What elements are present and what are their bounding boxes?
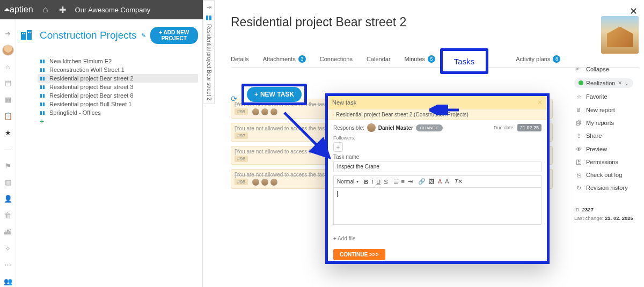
color-icon[interactable]: A (438, 178, 442, 185)
history-icon: ↻ (575, 185, 582, 192)
more-icon[interactable]: ⋯ (2, 259, 14, 270)
bold-icon[interactable]: B (364, 179, 368, 185)
italic-icon[interactable]: I (371, 179, 373, 185)
taskname-input[interactable] (333, 161, 541, 172)
add-file-button[interactable]: + Add file (333, 236, 541, 241)
flag-icon[interactable]: ⚑ (2, 160, 14, 172)
due-label: Due date: (494, 125, 515, 130)
link-icon[interactable]: 🔗 (418, 178, 426, 185)
add-icon[interactable]: ✚ (58, 5, 68, 14)
buildings-icon (20, 28, 35, 43)
section-title: Construction Projects (40, 30, 137, 41)
tab-minutes[interactable]: Minutes5 (405, 55, 436, 63)
eye-icon: 👁 (575, 146, 582, 152)
share-icon: ⇪ (575, 133, 582, 139)
svg-rect-4 (28, 32, 29, 33)
refresh-icon[interactable]: ⟳ (231, 94, 237, 103)
list-item[interactable]: ▮▮Residential project Bear street 2 (38, 74, 198, 83)
share-action[interactable]: ⇪Share (574, 129, 639, 143)
tab-details[interactable]: Details (231, 56, 249, 62)
line-icon: — (2, 144, 14, 155)
building-icon[interactable]: ▥ (2, 176, 14, 188)
list-item[interactable]: ▮▮Residential project Bear street 8 (38, 91, 198, 100)
tab-calendar[interactable]: Calendar (367, 56, 391, 62)
task-id: #98 (235, 179, 248, 185)
tab-activity-plans[interactable]: Activity plans8 (516, 55, 560, 63)
clipboard-icon[interactable]: 📋 (2, 111, 14, 122)
list-item[interactable]: ▮▮Residential project Bear street 3 (38, 83, 198, 91)
collapse-icon[interactable]: ⇥ (207, 4, 211, 11)
task-avatars (252, 108, 278, 116)
permissions-action[interactable]: ⚿Permissions (574, 156, 639, 168)
add-item-icon[interactable]: + (40, 117, 198, 126)
list-ul-icon[interactable]: ≡ (401, 178, 405, 185)
plus-icon: + (254, 91, 258, 98)
city-icon[interactable]: 🏙 (2, 226, 14, 238)
notes-icon[interactable]: ▤ (2, 78, 14, 89)
remove-icon[interactable]: ✕ (618, 80, 622, 86)
new-report-action[interactable]: 🗎New report (574, 104, 639, 116)
list-item[interactable]: ▮▮Springfield - Offices (38, 108, 198, 117)
calendar-icon[interactable]: ▦ (2, 94, 14, 105)
avatar[interactable] (2, 45, 14, 56)
project-thumbnail (601, 16, 639, 54)
editor-textarea[interactable] (333, 187, 541, 225)
my-reports-action[interactable]: 🗐My reports (574, 116, 639, 129)
trash-icon[interactable]: 🗑 (2, 210, 14, 221)
favorite-action[interactable]: ☆Favorite (574, 90, 639, 104)
list-item[interactable]: ▮▮Residential project Bull Street 1 (38, 100, 198, 108)
list-item[interactable]: ▮▮New kitchen Elmium E2 (38, 57, 198, 65)
documents-icon: 🗐 (575, 120, 582, 126)
chevron-down-icon[interactable]: ⌄ (625, 80, 629, 86)
task-id: #96 (235, 156, 248, 162)
checkout-action[interactable]: ⎘Check out log (574, 168, 639, 181)
group-icon[interactable]: 👥 (2, 276, 14, 287)
task-avatars (252, 178, 278, 186)
responsible-name: Daniel Master (378, 125, 413, 131)
editor-toolbar: Normal ▾ B I U S ≣ ≡ ⇥ 🔗 🖼 A A T✕ (333, 175, 541, 187)
home-icon[interactable]: ⌂ (41, 5, 50, 14)
tool-icon[interactable]: ✧ (2, 243, 14, 254)
modal-body: Responsible: Daniel Master CHANGE Due da… (328, 120, 547, 263)
due-date[interactable]: 21.02.25 (517, 124, 541, 131)
list-ol-icon[interactable]: ≣ (393, 178, 398, 185)
svg-rect-1 (27, 30, 32, 40)
preview-action[interactable]: 👁Preview (574, 143, 639, 156)
list-item[interactable]: ▮▮Reconstruction Wolf Street 1 (38, 65, 198, 74)
strike-icon[interactable]: S (384, 179, 387, 185)
close-icon[interactable]: ✕ (537, 99, 543, 106)
vertical-tab[interactable]: ⇥ ▮▮ Residential project Bear street 2 (203, 0, 215, 104)
new-task-modal: New task ✕ › Residential project Bear st… (325, 93, 550, 264)
format-select[interactable]: Normal ▾ (337, 179, 358, 185)
continue-button[interactable]: CONTINUE >>> (333, 249, 385, 260)
add-follower-button[interactable]: + (333, 142, 343, 152)
clear-format-icon[interactable]: T✕ (455, 178, 463, 185)
collapse-action[interactable]: ⇤Collapse (574, 62, 639, 76)
task-id: #97 (235, 133, 248, 139)
change-button[interactable]: CHANGE (416, 124, 443, 131)
revision-action[interactable]: ↻Revision history (574, 181, 639, 195)
building-icon: ▮▮ (40, 93, 46, 98)
star-icon[interactable]: ★ (2, 127, 14, 138)
building-icon: ▮▮ (40, 58, 46, 64)
modal-breadcrumb[interactable]: › Residential project Bear street 2 (Con… (328, 109, 547, 120)
tab-connections[interactable]: Connections (320, 56, 353, 62)
add-project-button[interactable]: + ADD NEW PROJECT (150, 27, 198, 44)
house-icon[interactable]: ⌂ (2, 61, 14, 72)
tab-attachments[interactable]: Attachments3 (263, 55, 306, 63)
svg-rect-3 (24, 33, 25, 34)
left-rail: ➔ ⌂ ▤ ▦ 📋 ★ — ⚑ ▥ 👤 🗑 🏙 ✧ ⋯ 👥 (0, 19, 16, 287)
modal-header: New task ✕ (328, 96, 547, 109)
pencil-icon[interactable]: ✎ (141, 32, 146, 39)
svg-rect-2 (22, 33, 23, 34)
new-task-button[interactable]: +NEW TASK (247, 87, 302, 102)
bgcolor-icon[interactable]: A (445, 178, 449, 185)
underline-icon[interactable]: U (376, 179, 380, 185)
chevron-right-icon: › (332, 112, 334, 117)
image-icon[interactable]: 🖼 (429, 178, 435, 185)
indent-icon[interactable]: ⇥ (408, 178, 413, 185)
status-chip[interactable]: Realization✕⌄ (574, 78, 633, 88)
callout-tasks: Tasks (440, 48, 488, 74)
user-icon[interactable]: 👤 (2, 193, 14, 204)
enter-icon[interactable]: ➔ (2, 28, 14, 39)
